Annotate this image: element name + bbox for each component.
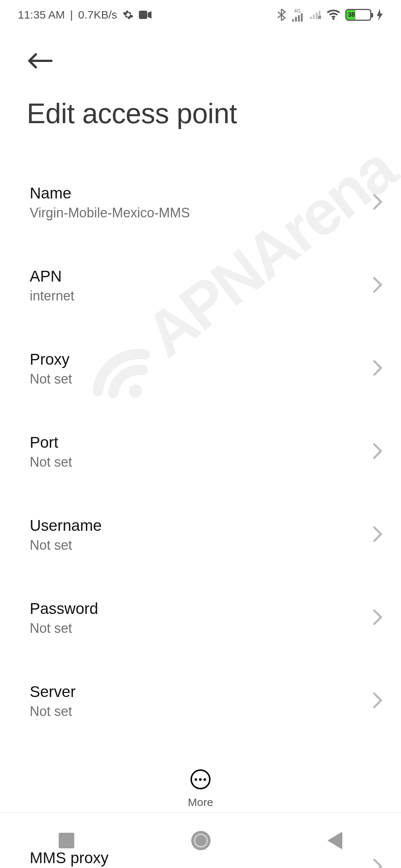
- setting-label: Username: [30, 517, 350, 535]
- status-time: 11:35 AM: [18, 9, 65, 21]
- chevron-right-icon: [372, 692, 383, 710]
- setting-value: Not set: [30, 704, 350, 719]
- setting-username[interactable]: Username Not set: [30, 503, 383, 567]
- setting-port[interactable]: Port Not set: [30, 420, 383, 484]
- setting-label: Password: [30, 600, 350, 618]
- signal-nosim-icon: [309, 11, 322, 19]
- chevron-right-icon: [372, 360, 383, 378]
- chevron-right-icon: [372, 277, 383, 295]
- setting-label: Name: [30, 184, 350, 202]
- nav-back-button[interactable]: [327, 832, 342, 849]
- charging-icon: [376, 9, 383, 21]
- svg-point-2: [332, 18, 335, 20]
- setting-proxy[interactable]: Proxy Not set: [30, 336, 383, 401]
- status-bar: 11:35 AM | 0.7KB/s 4G 38: [0, 0, 401, 30]
- setting-value: Not set: [30, 621, 350, 636]
- svg-rect-1: [139, 11, 147, 19]
- battery-icon: 38: [345, 9, 371, 21]
- more-label: More: [188, 796, 213, 809]
- setting-name[interactable]: Name Virgin-Mobile-Mexico-MMS: [30, 170, 383, 235]
- more-button[interactable]: More: [188, 769, 213, 809]
- chevron-right-icon: [372, 194, 383, 211]
- chevron-right-icon: [372, 609, 383, 627]
- status-left: 11:35 AM | 0.7KB/s: [18, 9, 151, 21]
- gear-icon: [123, 9, 134, 20]
- chevron-right-icon: [372, 443, 383, 461]
- status-right: 4G 38: [277, 8, 383, 22]
- more-icon: [190, 769, 211, 789]
- nav-home-button[interactable]: [191, 831, 211, 850]
- camera-icon: [139, 10, 151, 19]
- setting-server[interactable]: Server Not set: [30, 669, 383, 733]
- bottom-action-bar: More: [0, 758, 401, 809]
- setting-apn[interactable]: APN internet: [30, 253, 383, 318]
- battery-percent: 38: [348, 11, 355, 19]
- chevron-right-icon: [372, 526, 383, 544]
- setting-label: Server: [30, 683, 350, 701]
- setting-value: Not set: [30, 454, 350, 470]
- page-title: Edit access point: [27, 97, 374, 129]
- setting-value: Not set: [30, 537, 350, 553]
- system-nav-bar: [0, 812, 401, 868]
- setting-label: APN: [30, 267, 350, 285]
- signal-4g-icon: 4G: [291, 8, 304, 22]
- nav-recents-button[interactable]: [59, 833, 74, 848]
- arrow-left-icon: [27, 52, 53, 70]
- app-bar: Edit access point: [0, 30, 401, 129]
- setting-value: internet: [30, 288, 350, 304]
- back-button[interactable]: [27, 52, 374, 71]
- wifi-icon: [327, 10, 340, 20]
- setting-label: Proxy: [30, 351, 350, 368]
- setting-password[interactable]: Password Not set: [30, 586, 383, 650]
- setting-value: Not set: [30, 371, 350, 387]
- bluetooth-icon: [277, 9, 286, 21]
- status-netspeed: 0.7KB/s: [78, 9, 117, 21]
- setting-label: Port: [30, 434, 350, 451]
- setting-value: Virgin-Mobile-Mexico-MMS: [30, 205, 350, 221]
